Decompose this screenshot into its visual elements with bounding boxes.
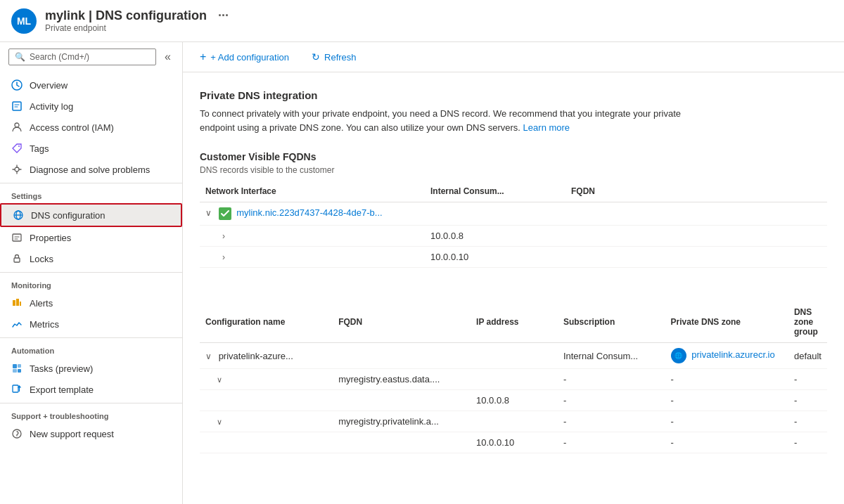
- metrics-icon: [11, 318, 23, 330]
- add-icon: +: [200, 51, 206, 63]
- expand-config-button[interactable]: ∨: [205, 351, 212, 361]
- sidebar: 🔍 Search (Cmd+/) « Overview Activity log: [0, 42, 183, 504]
- app-icon: ML: [11, 8, 37, 34]
- main-layout: 🔍 Search (Cmd+/) « Overview Activity log: [0, 42, 844, 504]
- col-config-name: Configuration name: [200, 302, 333, 343]
- dns-zone-badge: 🌐: [671, 348, 686, 363]
- svg-rect-13: [13, 369, 17, 373]
- section-label-automation: Automation: [0, 337, 182, 358]
- overview-icon: [11, 79, 23, 91]
- customer-fqdns-title: Customer Visible FQDNs: [200, 151, 827, 162]
- table-row: › 10.0.0.10: [200, 247, 827, 268]
- svg-point-4: [15, 167, 19, 172]
- fqdn-val-2: myregistry.privatelink.a...: [333, 411, 471, 432]
- section-label-settings: Settings: [0, 183, 182, 203]
- sidebar-item-tasks[interactable]: Tasks (preview): [0, 358, 182, 379]
- svg-rect-8: [14, 258, 20, 262]
- sidebar-item-access-control[interactable]: Access control (IAM): [0, 117, 182, 138]
- dns-integration-section: Private DNS integration To connect priva…: [200, 89, 827, 134]
- add-configuration-button[interactable]: + + Add configuration: [194, 48, 295, 66]
- alerts-icon: [11, 297, 23, 309]
- dns-zone-dash-sub2: -: [665, 432, 788, 453]
- expand-row-button[interactable]: ∨: [205, 208, 212, 218]
- col-fqdn: FQDN: [333, 302, 471, 343]
- subscription-val: Internal Consum...: [558, 343, 665, 369]
- sub-dash-1: -: [558, 369, 665, 390]
- properties-icon: [11, 232, 23, 243]
- configuration-table-section: Configuration name FQDN IP address Subsc…: [200, 302, 827, 453]
- table-row: ∨ myregistry.eastus.data.... - - -: [200, 369, 827, 390]
- dns-integration-desc: To connect privately with your private e…: [200, 107, 692, 134]
- tags-icon: [11, 143, 23, 154]
- expand-child-button[interactable]: ›: [222, 231, 225, 241]
- expand-child2-button[interactable]: ›: [222, 252, 225, 262]
- svg-rect-15: [18, 369, 21, 373]
- col-subscription: Subscription: [558, 302, 665, 343]
- sub-dash-sub2: -: [558, 432, 665, 453]
- sidebar-item-metrics[interactable]: Metrics: [0, 314, 182, 335]
- expand-child-config-button[interactable]: ∨: [217, 375, 222, 385]
- sidebar-item-dns-configuration[interactable]: DNS configuration: [0, 203, 182, 227]
- page-header: ML mylink | DNS configuration ··· Privat…: [0, 0, 844, 42]
- table-row: ∨ myregistry.privatelink.a... - - -: [200, 411, 827, 432]
- dns-group-dash-sub1: -: [788, 390, 827, 411]
- dns-zone-dash-2: -: [665, 411, 788, 432]
- col-dns-zone-group: DNS zone group: [788, 302, 827, 343]
- sidebar-item-tags[interactable]: Tags: [0, 138, 182, 159]
- support-icon: [11, 428, 23, 439]
- internal-ip-2: 10.0.0.10: [425, 247, 565, 268]
- customer-fqdns-section: Customer Visible FQDNs DNS records visib…: [200, 151, 827, 268]
- fqdns-table: Network Interface Internal Consum... FQD…: [200, 181, 827, 268]
- more-options-button[interactable]: ···: [218, 8, 229, 23]
- activity-log-icon: [11, 101, 23, 112]
- customer-fqdns-desc: DNS records visible to the customer: [200, 165, 827, 175]
- sidebar-item-new-support[interactable]: New support request: [0, 423, 182, 444]
- sidebar-item-properties[interactable]: Properties: [0, 227, 182, 248]
- sub-dash-2: -: [558, 411, 665, 432]
- sidebar-item-activity-log[interactable]: Activity log: [0, 96, 182, 117]
- dns-group-dash-sub2: -: [788, 432, 827, 453]
- page-subtitle: Private endpoint: [45, 23, 229, 33]
- svg-rect-1: [13, 102, 21, 110]
- dns-icon: [13, 209, 24, 221]
- tasks-icon: [11, 363, 23, 374]
- svg-rect-12: [13, 364, 17, 368]
- ip-val-1: 10.0.0.8: [471, 390, 558, 411]
- svg-rect-10: [16, 299, 19, 306]
- table-row: 10.0.0.8 - - -: [200, 390, 827, 411]
- content-area: + + Add configuration ↻ Refresh Private …: [183, 42, 844, 504]
- sidebar-item-alerts[interactable]: Alerts: [0, 292, 182, 314]
- col-network-interface: Network Interface: [200, 181, 425, 202]
- ip-val-2: 10.0.0.10: [471, 432, 558, 453]
- dns-zone-dash-1: -: [665, 369, 788, 390]
- locks-icon: [11, 253, 23, 264]
- svg-point-3: [18, 146, 20, 147]
- header-title-block: mylink | DNS configuration ··· Private e…: [45, 8, 229, 33]
- sidebar-nav: Overview Activity log Access control (IA…: [0, 72, 182, 504]
- collapse-sidebar-button[interactable]: «: [162, 48, 174, 66]
- svg-rect-16: [13, 385, 18, 392]
- svg-rect-7: [13, 234, 21, 241]
- learn-more-link[interactable]: Learn more: [523, 122, 570, 133]
- section-label-monitoring: Monitoring: [0, 272, 182, 292]
- svg-point-17: [13, 429, 21, 438]
- fqdn-val-1: myregistry.eastus.data....: [333, 369, 471, 390]
- expand-child2-config-button[interactable]: ∨: [217, 418, 222, 427]
- section-label-support: Support + troubleshooting: [0, 403, 182, 423]
- dns-group-dash-1: -: [788, 369, 827, 390]
- refresh-button[interactable]: ↻ Refresh: [306, 49, 362, 65]
- table-row: ∨ mylink.nic.223d7437-4428-4de7-b...: [200, 202, 827, 226]
- dns-zone-link[interactable]: privatelink.azurecr.io: [691, 349, 775, 360]
- sidebar-item-overview[interactable]: Overview: [0, 75, 182, 96]
- dns-zone-dash-sub1: -: [665, 390, 788, 411]
- sub-dash-sub1: -: [558, 390, 665, 411]
- sidebar-item-diagnose[interactable]: Diagnose and solve problems: [0, 159, 182, 180]
- page-title: mylink | DNS configuration ···: [45, 8, 229, 23]
- col-fqdn: FQDN: [565, 181, 827, 202]
- sidebar-item-export-template[interactable]: Export template: [0, 379, 182, 400]
- search-input[interactable]: 🔍 Search (Cmd+/): [8, 49, 156, 65]
- nic-link[interactable]: mylink.nic.223d7437-4428-4de7-b...: [236, 207, 382, 218]
- sidebar-item-locks[interactable]: Locks: [0, 248, 182, 269]
- svg-rect-14: [18, 364, 21, 368]
- col-internal-consum: Internal Consum...: [425, 181, 565, 202]
